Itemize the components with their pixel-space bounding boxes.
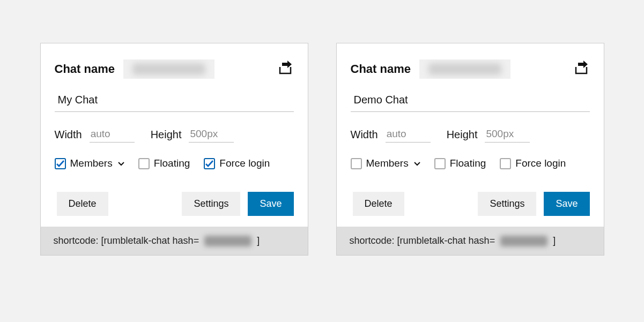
height-input[interactable]	[485, 127, 530, 143]
forcelogin-checkbox[interactable]	[204, 158, 215, 169]
forcelogin-label: Force login	[515, 158, 566, 169]
height-input[interactable]	[189, 127, 234, 143]
share-icon[interactable]	[574, 61, 590, 78]
options-row: Members Floating Force login	[351, 158, 590, 169]
shortcode-prefix: shortcode: [rumbletalk-chat hash=	[350, 235, 495, 246]
height-label: Height	[447, 129, 478, 141]
height-group: Height	[447, 127, 530, 143]
shortcode-suffix: ]	[257, 235, 260, 246]
card-header: Chat name	[351, 59, 590, 79]
share-icon[interactable]	[278, 61, 294, 78]
floating-option: Floating	[138, 158, 190, 169]
button-row: Delete Settings Save	[351, 192, 590, 216]
options-row: Members Floating Force login	[55, 158, 294, 169]
save-button[interactable]: Save	[248, 192, 293, 216]
height-group: Height	[151, 127, 234, 143]
floating-checkbox[interactable]	[138, 158, 150, 169]
floating-checkbox[interactable]	[434, 158, 446, 169]
width-label: Width	[55, 129, 82, 141]
forcelogin-checkbox[interactable]	[500, 158, 511, 169]
dimensions-row: Width Height	[351, 127, 590, 143]
members-label: Members	[366, 158, 409, 169]
chat-hash-display	[123, 59, 214, 79]
width-label: Width	[351, 129, 378, 141]
chat-name-label: Chat name	[351, 62, 411, 76]
forcelogin-option: Force login	[204, 158, 270, 169]
card-body: Chat name Width Height	[41, 43, 308, 227]
members-option: Members	[55, 158, 124, 169]
chevron-down-icon[interactable]	[414, 159, 420, 168]
floating-label: Floating	[154, 158, 190, 169]
save-button[interactable]: Save	[544, 192, 589, 216]
chat-card: Chat name Width Height	[336, 43, 604, 256]
button-row: Delete Settings Save	[55, 192, 294, 216]
delete-button[interactable]: Delete	[353, 192, 404, 216]
chat-name-input[interactable]	[351, 92, 590, 112]
shortcode-bar: shortcode: [rumbletalk-chat hash= ]	[41, 227, 308, 255]
shortcode-hash	[202, 236, 254, 246]
settings-button[interactable]: Settings	[182, 192, 240, 216]
forcelogin-label: Force login	[219, 158, 270, 169]
width-input[interactable]	[90, 127, 135, 143]
members-label: Members	[70, 158, 113, 169]
members-checkbox[interactable]	[351, 158, 362, 169]
card-body: Chat name Width Height	[337, 43, 604, 227]
height-label: Height	[151, 129, 182, 141]
members-checkbox[interactable]	[55, 158, 66, 169]
chat-name-input[interactable]	[55, 92, 294, 112]
floating-option: Floating	[434, 158, 486, 169]
delete-button[interactable]: Delete	[57, 192, 108, 216]
shortcode-bar: shortcode: [rumbletalk-chat hash= ]	[337, 227, 604, 255]
width-input[interactable]	[386, 127, 431, 143]
card-header: Chat name	[55, 59, 294, 79]
forcelogin-option: Force login	[500, 158, 566, 169]
members-option: Members	[351, 158, 420, 169]
shortcode-hash	[498, 236, 550, 246]
floating-label: Floating	[450, 158, 486, 169]
dimensions-row: Width Height	[55, 127, 294, 143]
width-group: Width	[55, 127, 135, 143]
chat-card: Chat name Width Height	[40, 43, 308, 256]
shortcode-suffix: ]	[553, 235, 556, 246]
chat-hash-display	[419, 59, 510, 79]
chevron-down-icon[interactable]	[118, 159, 124, 168]
chat-name-label: Chat name	[55, 62, 115, 76]
width-group: Width	[351, 127, 431, 143]
shortcode-prefix: shortcode: [rumbletalk-chat hash=	[54, 235, 199, 246]
settings-button[interactable]: Settings	[478, 192, 536, 216]
